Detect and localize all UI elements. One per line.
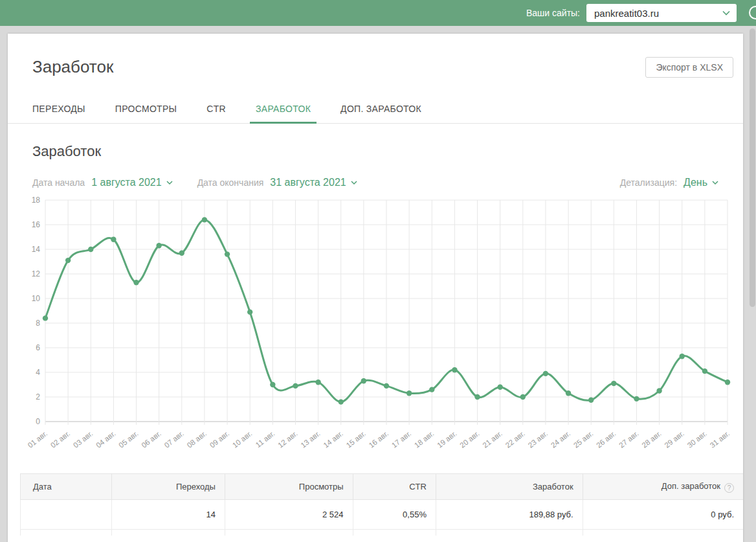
start-date-value: 1 августа 2021	[91, 177, 161, 188]
y-axis-tick: 8	[36, 319, 40, 328]
data-point-marker	[611, 381, 616, 386]
y-axis-tick: 18	[32, 196, 41, 205]
x-axis-tick: 23 авг.	[527, 429, 550, 449]
table-cell: 0,55%	[353, 500, 436, 530]
y-axis-tick: 10	[32, 294, 41, 303]
x-axis-tick: 12 авг.	[276, 429, 299, 449]
section-title: Заработок	[32, 143, 718, 160]
x-axis-tick: 13 авг.	[299, 429, 322, 449]
y-axis-tick: 16	[32, 220, 41, 229]
table-cell: 189,88 руб.	[436, 500, 583, 530]
y-axis-tick: 12	[32, 269, 41, 278]
tab-1[interactable]: ПЕРЕХОДЫ	[32, 96, 85, 123]
x-axis-tick: 26 авг.	[595, 429, 617, 449]
table-cell: 14	[111, 500, 225, 530]
chevron-down-icon	[351, 181, 357, 185]
card-header: Заработок Экспорт в XLSX	[8, 34, 743, 78]
tab-4[interactable]: ЗАРАБОТОК	[256, 96, 311, 123]
data-point-marker	[680, 354, 685, 359]
data-point-marker	[65, 258, 71, 263]
data-point-marker	[179, 251, 184, 256]
tab-5[interactable]: ДОП. ЗАРАБОТОК	[340, 96, 421, 123]
start-date-dropdown[interactable]: 1 августа 2021	[91, 177, 172, 188]
sites-label: Ваши сайты:	[526, 8, 580, 18]
y-axis-tick: 0	[36, 417, 40, 426]
tab-3[interactable]: CTR	[206, 96, 226, 123]
x-axis-tick: 19 авг.	[436, 429, 458, 449]
x-axis-tick: 16 авг.	[368, 429, 390, 449]
table-cell	[111, 530, 225, 536]
x-axis-tick: 25 авг.	[572, 429, 595, 449]
x-axis-tick: 17 авг.	[390, 429, 413, 449]
start-date-control: Дата начала 1 августа 2021	[32, 177, 173, 188]
x-axis-tick: 29 авг.	[663, 429, 685, 449]
data-point-marker	[111, 237, 116, 242]
x-axis-tick: 09 авг.	[208, 429, 231, 449]
table-header-cell: Переходы	[111, 474, 225, 500]
x-axis-tick: 15 авг.	[345, 429, 368, 449]
data-point-marker	[452, 367, 457, 372]
help-question-icon[interactable]: ?	[724, 483, 734, 493]
data-point-marker	[88, 247, 93, 252]
x-axis-tick: 28 авг.	[640, 429, 663, 449]
table-cell	[21, 500, 112, 530]
y-axis-tick: 2	[36, 392, 40, 401]
end-date-dropdown[interactable]: 31 августа 2021	[270, 177, 357, 188]
x-axis-tick: 03 авг.	[72, 429, 94, 449]
x-axis-tick: 27 авг.	[617, 429, 640, 449]
table-row	[21, 530, 744, 536]
y-axis-tick: 4	[36, 368, 40, 377]
data-point-marker	[156, 243, 161, 248]
end-date-control: Дата окончания 31 августа 2021	[197, 177, 357, 188]
data-point-marker	[202, 217, 207, 222]
date-controls: Дата начала 1 августа 2021 Дата окончани…	[32, 177, 718, 188]
x-axis-tick: 22 авг.	[504, 429, 526, 449]
data-point-marker	[702, 368, 707, 374]
data-point-marker	[656, 388, 662, 393]
x-axis-tick: 20 авг.	[458, 429, 481, 449]
tab-2[interactable]: ПРОСМОТРЫ	[115, 96, 177, 123]
table-header-cell: Дата	[21, 474, 112, 500]
table-header-cell: Просмотры	[225, 474, 353, 500]
data-point-marker	[247, 310, 252, 315]
stats-table-wrap: ДатаПереходыПросмотрыCTRЗаработокДоп. за…	[20, 473, 743, 536]
x-axis-tick: 18 авг.	[413, 429, 436, 449]
x-axis-tick: 31 авг.	[709, 429, 731, 449]
data-point-marker	[474, 394, 480, 400]
data-point-marker	[429, 387, 434, 392]
data-point-marker	[384, 383, 389, 389]
x-axis-tick: 08 авг.	[186, 429, 208, 449]
earnings-chart: 02468101214161801 авг.02 авг.03 авг.04 а…	[18, 196, 730, 450]
x-axis-tick: 30 авг.	[686, 429, 709, 449]
chevron-down-icon	[712, 181, 718, 185]
data-point-marker	[361, 378, 366, 383]
site-select-value: pankreatit03.ru	[594, 8, 659, 19]
start-date-label: Дата начала	[32, 177, 85, 188]
table-cell: 0 руб.	[583, 500, 743, 530]
table-header-cell: Доп. заработок?	[583, 474, 743, 500]
detail-dropdown[interactable]: День	[684, 177, 718, 188]
table-cell	[225, 530, 353, 536]
data-point-marker	[543, 371, 548, 376]
top-bar: Ваши сайты: pankreatit03.ru	[0, 0, 756, 26]
x-axis-tick: 05 авг.	[117, 429, 140, 449]
table-cell	[436, 530, 583, 536]
x-axis-tick: 10 авг.	[231, 429, 254, 449]
detail-control: Детализация: День	[620, 177, 718, 188]
site-select[interactable]: pankreatit03.ru	[586, 4, 737, 22]
x-axis-tick: 04 авг.	[94, 429, 117, 449]
data-point-marker	[270, 382, 275, 387]
scrollbar-thumb[interactable]	[750, 28, 755, 307]
data-point-marker	[634, 396, 639, 401]
chevron-down-icon	[166, 181, 173, 185]
x-axis-tick: 06 авг.	[140, 429, 162, 449]
data-point-marker	[43, 315, 48, 321]
export-xlsx-button[interactable]: Экспорт в XLSX	[645, 57, 733, 78]
table-header-cell: Заработок	[436, 474, 583, 500]
x-axis-tick: 14 авг.	[322, 429, 344, 449]
data-point-marker	[406, 390, 412, 396]
x-axis-tick: 11 авг.	[254, 429, 276, 449]
table-cell	[21, 530, 112, 536]
main-card: Заработок Экспорт в XLSX ПЕРЕХОДЫПРОСМОТ…	[8, 34, 743, 542]
table-header-cell: CTR	[353, 474, 436, 500]
